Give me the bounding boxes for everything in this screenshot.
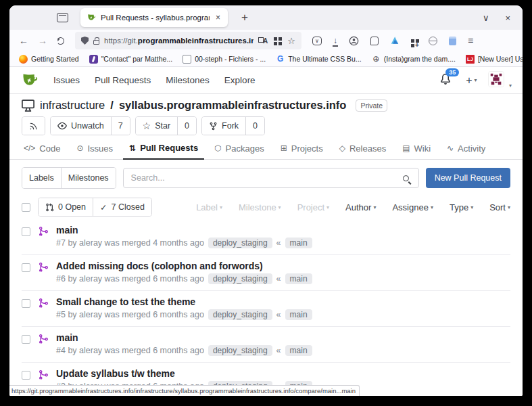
repo-tab[interactable]: ◇ Releases — [333, 139, 392, 159]
reload-button[interactable] — [57, 37, 64, 45]
head-branch-chip[interactable]: deploy_staging — [208, 273, 272, 284]
back-button[interactable]: ← — [15, 35, 32, 46]
labels-button[interactable]: Labels — [22, 168, 61, 188]
repo-title: infrastructure / syllabus.programmablein… — [22, 99, 510, 112]
bookmark-item[interactable]: Getting Started — [19, 55, 79, 64]
filter-dropdown[interactable]: Assignee — [392, 202, 433, 212]
extensions-grid-icon[interactable] — [411, 39, 414, 43]
bookmark-item[interactable]: LJ [New User] Using Mi... — [466, 55, 523, 64]
forward-button[interactable]: → — [34, 35, 51, 46]
bookmark-item[interactable]: ⊕ (Insta)gram the dam.... — [372, 55, 456, 64]
notifications-bell[interactable]: 35 — [440, 74, 455, 87]
url-bar[interactable]: https://git.programmableinfrastructures.… — [75, 32, 301, 49]
tab-close-icon[interactable]: × — [214, 12, 222, 23]
git-merge-icon — [38, 298, 49, 309]
row-checkbox[interactable] — [22, 299, 30, 308]
pull-request-title[interactable]: Update syllabus t/w theme — [56, 368, 312, 379]
extension-icon[interactable] — [370, 37, 379, 45]
check-icon: ✓ — [100, 202, 107, 212]
star-count[interactable]: 0 — [177, 117, 196, 135]
translate-icon[interactable]: A — [258, 37, 268, 45]
bookmark-star-icon[interactable]: ☆ — [287, 36, 295, 46]
repo-tab[interactable]: ∿ Activity — [441, 139, 491, 159]
gitea-logo[interactable] — [20, 71, 39, 89]
bookmark-item[interactable]: "Contact" par Matthe... — [89, 55, 173, 64]
filter-dropdown[interactable]: Author — [345, 202, 376, 212]
repo-name-link[interactable]: syllabus.programmableinfrastructures.inf… — [119, 99, 347, 112]
pull-request-row[interactable]: main #4 by aleray was merged 6 months ag… — [22, 326, 510, 362]
pull-request-title[interactable]: main — [56, 225, 312, 235]
closed-filter-button[interactable]: ✓7 Closed — [93, 198, 151, 216]
base-branch-chip[interactable]: main — [285, 238, 312, 248]
row-checkbox[interactable] — [22, 227, 30, 236]
user-menu[interactable] — [488, 71, 512, 90]
star-button[interactable]: ☆Star — [136, 117, 178, 135]
head-branch-chip[interactable]: deploy_staging — [208, 345, 272, 356]
search-button[interactable] — [394, 168, 418, 187]
tracking-shield-icon[interactable] — [81, 37, 89, 45]
milestones-button[interactable]: Milestones — [61, 168, 116, 188]
head-branch-chip[interactable]: deploy_staging — [208, 238, 272, 248]
download-icon[interactable]: ↓ — [333, 37, 337, 45]
addon-document-icon[interactable] — [449, 37, 456, 45]
filter-dropdown[interactable]: Milestone — [239, 202, 281, 212]
pull-request-title[interactable]: Added missing docs (colophon and forword… — [56, 261, 312, 271]
nav-link[interactable]: Milestones — [166, 75, 210, 85]
repo-tab[interactable]: ▤ Wiki — [396, 139, 437, 159]
addon-logo-icon[interactable] — [390, 36, 400, 45]
pull-request-row[interactable]: Added missing docs (colophon and forword… — [22, 254, 510, 290]
filter-dropdown[interactable]: Project — [297, 202, 329, 212]
row-checkbox[interactable] — [22, 371, 30, 380]
search-input[interactable] — [124, 173, 394, 183]
new-pull-request-button[interactable]: New Pull Request — [426, 168, 510, 188]
nav-link[interactable]: Pull Requests — [95, 75, 151, 85]
unwatch-button[interactable]: Unwatch — [51, 117, 111, 135]
browser-tab[interactable]: Pull Requests - syllabus.programm × — [80, 8, 228, 27]
select-all-checkbox[interactable] — [22, 203, 30, 212]
repo-tab[interactable]: ⇅ Pull Requests — [123, 139, 204, 160]
fork-count[interactable]: 0 — [245, 117, 264, 135]
pull-request-title[interactable]: Small change to test the theme — [56, 296, 312, 307]
row-checkbox[interactable] — [22, 335, 30, 344]
tab-glyph-icon: ∿ — [447, 143, 454, 153]
nav-link[interactable]: Issues — [53, 75, 80, 85]
app-menu-icon[interactable]: ≡ — [468, 35, 473, 46]
bookmark-item[interactable]: G The Ultimate CSS Bu... — [276, 55, 362, 64]
account-icon[interactable] — [349, 36, 359, 46]
window-close-button[interactable]: × — [505, 13, 510, 23]
watch-button-group: Unwatch 7 — [50, 116, 130, 135]
containers-grid-icon[interactable] — [274, 37, 277, 41]
filter-dropdown[interactable]: Label — [196, 202, 222, 212]
filter-toolbar: Labels Milestones New Pull Request — [22, 167, 510, 189]
bookmark-favicon: ⊕ — [372, 55, 381, 64]
pull-request-title[interactable]: main — [56, 332, 312, 343]
firefox-view-icon[interactable] — [57, 13, 68, 22]
fork-button[interactable]: Fork — [202, 117, 245, 135]
base-branch-chip[interactable]: main — [285, 345, 312, 356]
create-new-button[interactable]: + — [466, 74, 477, 87]
head-branch-chip[interactable]: deploy_staging — [208, 309, 272, 320]
rss-button[interactable] — [22, 116, 45, 135]
repo-tab[interactable]: ⬡ Packages — [208, 139, 270, 159]
nav-link[interactable]: Explore — [224, 75, 256, 85]
pull-request-row[interactable]: main #7 by aleray was merged 4 months ag… — [22, 219, 510, 254]
base-branch-chip[interactable]: main — [285, 273, 312, 284]
addon-globe-icon[interactable] — [429, 37, 437, 45]
open-filter-button[interactable]: 0 Open — [39, 198, 93, 216]
repo-tab[interactable]: </> Code — [18, 139, 66, 159]
filter-dropdown[interactable]: Sort — [489, 202, 510, 212]
pull-request-row[interactable]: Small change to test the theme #5 by ale… — [22, 290, 510, 326]
new-tab-button[interactable]: + — [237, 11, 252, 24]
pocket-icon[interactable]: ∨ — [312, 37, 322, 45]
repo-owner-link[interactable]: infrastructure — [40, 99, 105, 112]
bookmark-item[interactable]: 00-steph - Fichiers - ... — [183, 55, 266, 64]
row-checkbox[interactable] — [22, 263, 30, 272]
tab-title: Pull Requests - syllabus.programm — [101, 14, 210, 22]
base-branch-chip[interactable]: main — [285, 309, 312, 320]
watch-count[interactable]: 7 — [111, 117, 130, 135]
lock-icon[interactable] — [93, 40, 99, 45]
list-all-tabs-chevron[interactable]: ∨ — [483, 13, 489, 23]
filter-dropdown[interactable]: Type — [450, 202, 473, 212]
repo-tab[interactable]: ⊞ Projects — [274, 139, 329, 159]
repo-tab[interactable]: ⊙ Issues — [70, 139, 119, 159]
